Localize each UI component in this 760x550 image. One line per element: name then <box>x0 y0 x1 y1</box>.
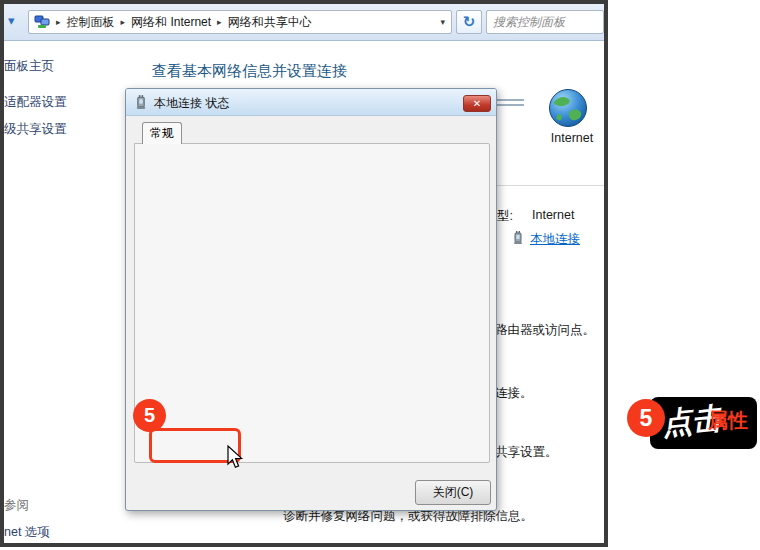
address-dropdown-icon[interactable]: ▾ <box>440 17 445 27</box>
text-fragment-router: 路由器或访问点。 <box>495 322 595 339</box>
step-number: 5 <box>144 404 155 427</box>
access-type-value: Internet <box>532 208 574 222</box>
annotation-target-text: 属性 <box>708 407 748 434</box>
refresh-icon: ↻ <box>463 13 476 30</box>
search-box[interactable] <box>486 10 604 34</box>
step-number: 5 <box>640 405 653 432</box>
internet-globe-icon[interactable] <box>548 88 588 132</box>
breadcrumb-arrow-icon: ▸ <box>121 17 126 27</box>
close-button-label: 关闭(C) <box>433 484 474 501</box>
screenshot-frame: ▾ ▸ 控制面板 ▸ 网络和 Internet ▸ 网络和共享中心 ▾ ↻ <box>0 0 608 547</box>
section-divider <box>492 185 604 186</box>
sidebar-item-internet-options[interactable]: net 选项 <box>4 524 50 541</box>
internet-map-label: Internet <box>540 131 604 145</box>
connection-icon <box>512 230 524 249</box>
text-fragment-connection: 连接。 <box>495 385 533 402</box>
sidebar-item-advanced-sharing-settings[interactable]: 级共享设置 <box>4 121 67 138</box>
breadcrumb-network-sharing-center[interactable]: 网络和共享中心 <box>228 14 312 31</box>
text-fragment-sharing: 共享设置。 <box>495 444 558 461</box>
dialog-titlebar[interactable]: 本地连接 状态 ✕ <box>126 89 496 116</box>
local-connection-status-dialog: 本地连接 状态 ✕ 常规 连接 IPv4 连接: Internet IPv6 连… <box>125 88 497 511</box>
access-type-label: 型: <box>497 208 513 225</box>
network-sharing-center-icon <box>34 14 50 30</box>
tab-general[interactable]: 常规 <box>142 122 182 144</box>
close-icon: ✕ <box>473 98 481 109</box>
annotation-step-badge-margin: 5 <box>627 399 665 437</box>
local-area-connection-link[interactable]: 本地连接 <box>530 231 580 248</box>
breadcrumb-arrow-icon: ▸ <box>217 17 222 27</box>
page-title: 查看基本网络信息并设置连接 <box>152 62 347 81</box>
tab-page <box>134 143 490 463</box>
breadcrumb-arrow-icon: ▸ <box>56 17 61 27</box>
nav-history-caret-icon[interactable]: ▾ <box>8 13 15 28</box>
sidebar-item-change-adapter-settings[interactable]: 适配器设置 <box>4 94 67 111</box>
toolbar: ▾ ▸ 控制面板 ▸ 网络和 Internet ▸ 网络和共享中心 ▾ ↻ <box>4 4 604 41</box>
address-bar[interactable]: ▸ 控制面板 ▸ 网络和 Internet ▸ 网络和共享中心 ▾ <box>28 10 452 34</box>
dialog-title: 本地连接 状态 <box>154 95 229 112</box>
close-button[interactable]: 关闭(C) <box>415 480 491 505</box>
breadcrumb-network-internet[interactable]: 网络和 Internet <box>131 14 211 31</box>
mouse-cursor <box>227 445 244 473</box>
breadcrumb-control-panel[interactable]: 控制面板 <box>67 14 115 31</box>
annotation-step-badge: 5 <box>133 399 166 432</box>
dialog-close-button[interactable]: ✕ <box>463 95 491 112</box>
refresh-button[interactable]: ↻ <box>456 10 482 34</box>
dialog-connection-icon <box>134 94 148 113</box>
sidebar-see-also-heading: 参阅 <box>4 497 29 514</box>
search-input[interactable] <box>487 11 603 33</box>
sidebar-item-control-panel-home[interactable]: 面板主页 <box>4 58 54 75</box>
